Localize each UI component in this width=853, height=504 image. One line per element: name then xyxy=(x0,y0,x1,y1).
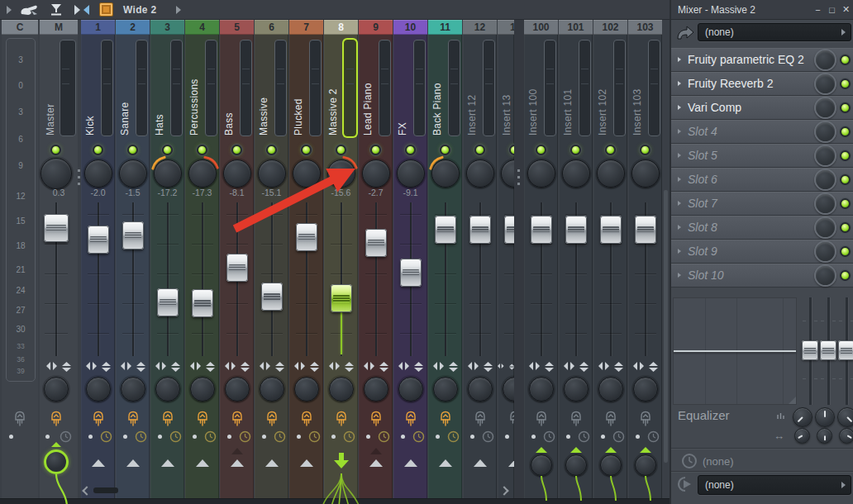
pan-knob[interactable] xyxy=(41,158,72,189)
select-dot[interactable] xyxy=(531,435,536,439)
select-dot[interactable] xyxy=(193,435,197,439)
stereo-sep-knob[interactable] xyxy=(364,377,388,402)
mute-led[interactable] xyxy=(440,145,450,155)
plugin-plug-icon[interactable] xyxy=(300,410,313,426)
track-number-header[interactable]: 1 xyxy=(81,20,115,35)
volume-fader[interactable] xyxy=(157,288,179,316)
eq-freq-knob-high[interactable] xyxy=(837,407,853,427)
stereo-swap-icon[interactable] xyxy=(275,362,284,372)
route-up-triangle-icon[interactable] xyxy=(300,459,313,467)
stereo-swap-icon[interactable] xyxy=(614,362,623,372)
plugin-plug-icon[interactable] xyxy=(639,410,652,426)
select-dot[interactable] xyxy=(123,435,127,439)
route-up-triangle-icon[interactable] xyxy=(231,459,244,467)
input-source-dropdown[interactable]: (none) xyxy=(698,23,851,41)
mute-led[interactable] xyxy=(370,145,381,155)
plugin-plug-icon[interactable] xyxy=(50,410,63,426)
pan-knob[interactable] xyxy=(527,159,555,188)
eq-width-knob-low[interactable] xyxy=(794,428,810,444)
collapse-arrow-icon[interactable] xyxy=(7,6,12,14)
pan-knob[interactable] xyxy=(397,159,425,188)
stereo-separation-icon[interactable] xyxy=(529,362,540,370)
track-number-header[interactable]: 101 xyxy=(559,20,593,35)
eq-freq-knob-low[interactable] xyxy=(793,407,812,427)
mirror-icon[interactable] xyxy=(73,4,91,16)
select-dot[interactable] xyxy=(158,435,162,439)
mixer-track[interactable]: 6 Massive -15.1 xyxy=(255,20,288,498)
stereo-swap-icon[interactable] xyxy=(310,362,319,372)
eq-slider-handle[interactable] xyxy=(820,340,836,360)
slot-arrow-icon[interactable] xyxy=(678,201,681,206)
stereo-separation-icon[interactable] xyxy=(598,362,609,370)
track-number-header[interactable]: 6 xyxy=(255,20,288,35)
pan-knob[interactable] xyxy=(119,159,147,188)
select-dot[interactable] xyxy=(227,435,231,439)
plugin-plug-icon[interactable] xyxy=(535,410,548,426)
clock-icon[interactable] xyxy=(378,430,390,443)
plugin-plug-icon[interactable] xyxy=(196,410,209,426)
plugin-plug-icon[interactable] xyxy=(161,410,174,426)
route-up-triangle-icon[interactable] xyxy=(508,459,514,467)
latency-clock-icon[interactable] xyxy=(681,453,698,469)
volume-fader[interactable] xyxy=(192,289,213,317)
mixer-track[interactable]: 100 Insert 100 xyxy=(524,20,558,498)
pan-knob[interactable] xyxy=(327,159,355,188)
plugin-plug-icon[interactable] xyxy=(231,410,244,426)
pan-knob[interactable] xyxy=(154,159,182,188)
pan-knob[interactable] xyxy=(501,159,514,188)
fx-slot[interactable]: Slot 8 xyxy=(671,216,853,240)
mixer-track[interactable]: 2 Sanare -1.5 xyxy=(116,20,150,498)
volume-fader[interactable] xyxy=(331,284,352,312)
plugin-plug-icon[interactable] xyxy=(265,410,279,426)
mixer-track[interactable]: 3 Hats -17.2 xyxy=(150,20,184,498)
volume-fader[interactable] xyxy=(226,254,248,282)
mute-led[interactable] xyxy=(405,145,416,155)
stereo-separation-icon[interactable] xyxy=(468,362,479,370)
stereo-separation-icon[interactable] xyxy=(155,362,166,370)
stereo-separation-icon[interactable] xyxy=(190,362,201,370)
stereo-sep-knob[interactable] xyxy=(433,377,458,402)
slot-enable-led[interactable] xyxy=(840,246,851,257)
clock-icon[interactable] xyxy=(100,430,112,443)
slot-enable-led[interactable] xyxy=(840,102,851,113)
fx-slot[interactable]: Slot 9 xyxy=(671,240,853,264)
track-number-header[interactable]: 13 xyxy=(498,20,514,35)
pan-knob[interactable] xyxy=(431,159,460,188)
track-number-header[interactable]: 4 xyxy=(185,20,219,35)
stereo-sep-knob[interactable] xyxy=(121,377,145,402)
track-number-header[interactable]: 7 xyxy=(289,20,323,35)
volume-fader[interactable] xyxy=(469,216,491,244)
clock-icon[interactable] xyxy=(204,430,217,443)
track-number-header[interactable]: 3 xyxy=(150,20,184,35)
slot-arrow-icon[interactable] xyxy=(678,57,681,62)
mute-led[interactable] xyxy=(605,145,616,155)
fx-slot[interactable]: Slot 6 xyxy=(671,168,853,192)
stereo-swap-icon[interactable] xyxy=(345,362,354,372)
stereo-sep-knob[interactable] xyxy=(225,377,250,402)
maximize-button[interactable]: □ xyxy=(825,5,839,15)
volume-fader[interactable] xyxy=(261,283,283,311)
select-dot[interactable] xyxy=(88,435,93,439)
slot-mix-knob[interactable] xyxy=(814,49,836,71)
stereo-separation-icon[interactable] xyxy=(46,362,57,370)
minimize-button[interactable]: − xyxy=(811,5,825,15)
stereo-separation-icon[interactable] xyxy=(329,362,340,370)
track-number-header[interactable]: 9 xyxy=(359,20,393,35)
send-knob[interactable] xyxy=(635,454,656,476)
slot-arrow-icon[interactable] xyxy=(678,153,681,158)
clock-icon[interactable] xyxy=(612,430,625,443)
mute-led[interactable] xyxy=(474,145,485,155)
stereo-sep-knob[interactable] xyxy=(633,377,658,402)
stereo-separation-icon[interactable] xyxy=(225,362,236,370)
clock-icon[interactable] xyxy=(343,430,355,443)
pan-knob[interactable] xyxy=(84,159,112,188)
mute-led[interactable] xyxy=(231,145,242,155)
clock-icon[interactable] xyxy=(239,430,251,443)
route-up-triangle-icon[interactable] xyxy=(196,459,209,467)
mixer-track[interactable]: 1 Kick -2.0 xyxy=(81,20,115,498)
slot-enable-led[interactable] xyxy=(840,55,851,65)
track-number-header[interactable]: 11 xyxy=(428,20,462,35)
volume-fader[interactable] xyxy=(635,216,656,244)
slot-mix-knob[interactable] xyxy=(814,121,836,143)
send-knob[interactable] xyxy=(531,454,552,476)
